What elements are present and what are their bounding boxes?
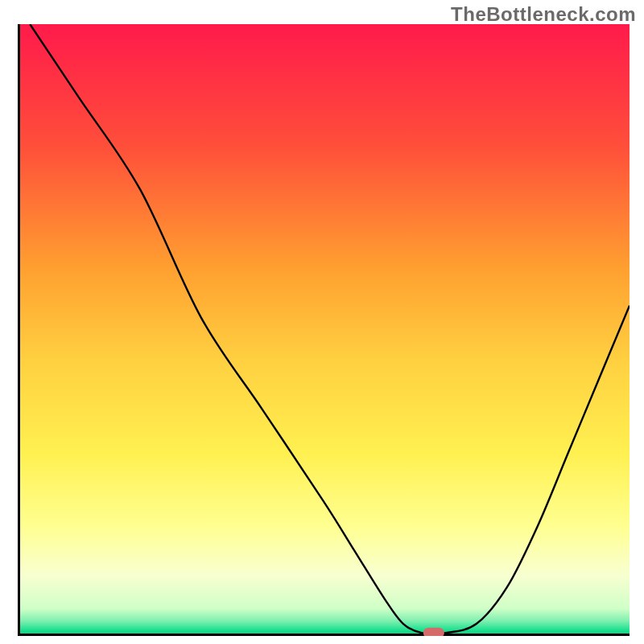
chart-background bbox=[18, 24, 630, 636]
watermark-text: TheBottleneck.com bbox=[451, 3, 636, 26]
chart-svg bbox=[18, 24, 630, 636]
chart-markers bbox=[423, 628, 444, 636]
bottleneck-chart bbox=[18, 24, 630, 636]
optimal-marker bbox=[423, 628, 444, 636]
